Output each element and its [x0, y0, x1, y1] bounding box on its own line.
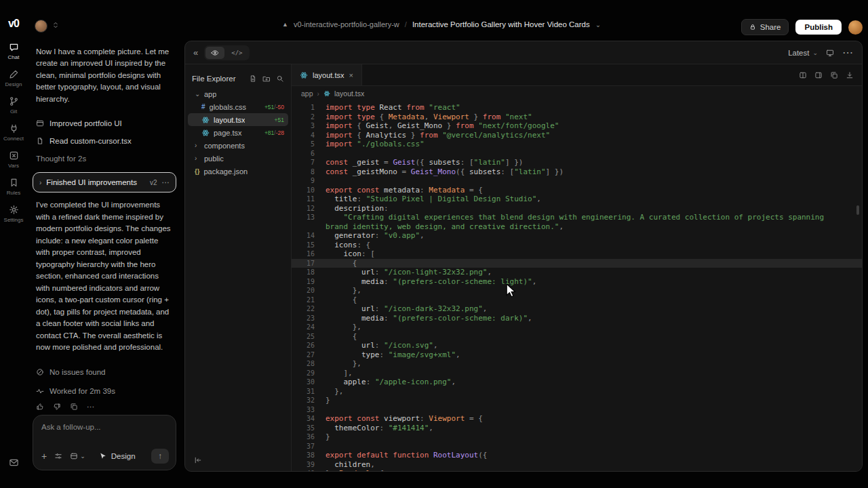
- code-line[interactable]: 25 {: [292, 332, 862, 342]
- download-icon[interactable]: [846, 71, 854, 79]
- sidebar-item-rules[interactable]: Rules: [0, 178, 27, 196]
- code-line[interactable]: 12 description:: [292, 204, 862, 214]
- thumbs-down-icon[interactable]: [53, 403, 61, 411]
- user-avatar[interactable]: [848, 20, 863, 35]
- new-folder-icon[interactable]: [262, 75, 271, 83]
- sidebar-item-connect[interactable]: Connect: [0, 123, 27, 142]
- tree-file-page-tsx[interactable]: page.tsx +81/-28: [188, 126, 288, 139]
- send-button[interactable]: ↑: [151, 449, 169, 464]
- version-card[interactable]: › Finished UI improvements v2 ⋯: [33, 172, 176, 192]
- collapse-explorer-icon[interactable]: [194, 456, 202, 464]
- task-improved-portfolio-ui[interactable]: Improved portfolio UI: [36, 115, 174, 132]
- code-line[interactable]: 1import type React from "react": [292, 103, 862, 113]
- code-line[interactable]: 3import { Geist, Geist_Mono } from "next…: [292, 121, 862, 131]
- share-button[interactable]: Share: [741, 19, 789, 35]
- code-line[interactable]: 27 type: "image/svg+xml",: [292, 350, 862, 360]
- code-line[interactable]: 20 },: [292, 286, 862, 296]
- code-line[interactable]: 39 children,: [292, 460, 862, 470]
- close-tab-icon[interactable]: ×: [349, 71, 353, 79]
- copy-icon[interactable]: [70, 403, 78, 411]
- duplicate-icon[interactable]: [830, 71, 838, 79]
- code-line[interactable]: 17 {: [292, 259, 862, 268]
- code-line[interactable]: 31 },: [292, 387, 862, 396]
- sidebar-item-design[interactable]: Design: [0, 69, 27, 87]
- more-actions-icon[interactable]: ⋯: [87, 402, 95, 411]
- sidebar-item-chat[interactable]: Chat: [0, 42, 27, 60]
- tree-folder-public[interactable]: › public: [188, 152, 288, 165]
- code-line[interactable]: 33: [292, 405, 862, 415]
- code-line[interactable]: 5import "./globals.css": [292, 140, 862, 149]
- tree-file-globals-css[interactable]: # globals.css +51/-50: [188, 100, 288, 113]
- tree-folder-components[interactable]: › components: [188, 139, 288, 152]
- design-mode-button[interactable]: Design: [99, 452, 136, 460]
- code-line[interactable]: 2import type { Metadata, Viewport } from…: [292, 113, 862, 122]
- breadcrumb-chat-title[interactable]: Interactive Portfolio Gallery with Hover…: [412, 20, 590, 28]
- v0-logo[interactable]: v0: [8, 18, 19, 30]
- code-line[interactable]: 8const _geistMono = Geist_Mono({ subsets…: [292, 167, 862, 177]
- scrollbar-thumb[interactable]: [856, 205, 859, 215]
- code-line[interactable]: 9: [292, 176, 862, 186]
- code-line[interactable]: 22 url: "/icon-dark-32x32.png",: [292, 304, 862, 314]
- code-line[interactable]: 37: [292, 442, 862, 451]
- avatar[interactable]: [35, 20, 47, 33]
- layout-select-button[interactable]: ⌄: [70, 452, 85, 460]
- breadcrumb-file[interactable]: layout.tsx: [334, 89, 364, 98]
- sidebar-item-vars[interactable]: Vars: [0, 150, 27, 169]
- sliders-icon[interactable]: [54, 452, 62, 460]
- code-line[interactable]: 23 media: "(prefers-color-scheme: dark)"…: [292, 314, 862, 323]
- code-line[interactable]: 11 title: "Studio Pixel | Digital Design…: [292, 195, 862, 204]
- sidebar-item-settings[interactable]: Settings: [0, 205, 27, 223]
- code-line[interactable]: 24 },: [292, 323, 862, 332]
- code-line[interactable]: 13 "Crafting digital experiences that bl…: [292, 213, 862, 231]
- code-line[interactable]: 35 themeColor: "#141414",: [292, 424, 862, 433]
- code-line[interactable]: 26 url: "/icon.svg",: [292, 341, 862, 350]
- code-line[interactable]: 30 apple: "/apple-icon.png",: [292, 378, 862, 387]
- code-line[interactable]: 34export const viewport: Viewport = {: [292, 414, 862, 424]
- panel-right-icon[interactable]: [814, 71, 823, 79]
- code-line[interactable]: 14 generator: "v0.app",: [292, 231, 862, 241]
- inbox-icon[interactable]: [9, 458, 19, 468]
- code-toggle[interactable]: </>: [226, 47, 248, 59]
- code-line[interactable]: 10export const metadata: Metadata = {: [292, 186, 862, 195]
- search-icon[interactable]: [276, 75, 284, 83]
- thumbs-up-icon[interactable]: [36, 403, 44, 411]
- code-line[interactable]: 16 icon: [: [292, 249, 862, 259]
- code-line[interactable]: 19 media: "(prefers-color-scheme: light)…: [292, 277, 862, 287]
- code-line[interactable]: 40}: Readonly<{: [292, 469, 862, 471]
- collapse-panel-icon[interactable]: «: [193, 47, 198, 58]
- version-select[interactable]: Latest ⌄: [788, 49, 818, 57]
- code-line[interactable]: 6: [292, 149, 862, 159]
- chat-switcher-icon[interactable]: [52, 21, 60, 29]
- code-line[interactable]: 4import { Analytics } from "@vercel/anal…: [292, 131, 862, 140]
- task-read-custom-cursor[interactable]: Read custom-cursor.tsx: [36, 132, 174, 150]
- tree-file-package-json[interactable]: {} package.json: [188, 165, 288, 178]
- preview-toggle[interactable]: [205, 47, 224, 59]
- code-line[interactable]: 21 {: [292, 296, 862, 305]
- tree-folder-app[interactable]: ⌄ app: [188, 87, 288, 100]
- code-lines[interactable]: 1import type React from "react"2import t…: [292, 101, 862, 471]
- sidebar-item-git[interactable]: Git: [0, 96, 27, 115]
- tree-file-layout-tsx[interactable]: layout.tsx +51: [188, 113, 288, 126]
- chat-composer[interactable]: Ask a follow-up... + ⌄ Design ↑: [33, 415, 176, 470]
- device-preview-icon[interactable]: [826, 49, 834, 57]
- chevron-down-icon[interactable]: ⌄: [595, 21, 601, 28]
- breadcrumb-folder[interactable]: app: [301, 89, 313, 98]
- breadcrumb-project[interactable]: v0-interactive-portfolio-gallery-w: [294, 20, 399, 28]
- code-line[interactable]: 29 ],: [292, 369, 862, 378]
- tab-layout-tsx[interactable]: layout.tsx ×: [292, 64, 362, 85]
- split-columns-icon[interactable]: [799, 71, 807, 79]
- task-thought[interactable]: Thought for 2s: [36, 150, 174, 167]
- follow-up-input[interactable]: Ask a follow-up...: [41, 423, 167, 431]
- code-line[interactable]: 28 },: [292, 359, 862, 369]
- attach-button[interactable]: +: [41, 451, 47, 461]
- code-line[interactable]: 18 url: "/icon-light-32x32.png",: [292, 268, 862, 277]
- code-line[interactable]: 7const _geist = Geist({ subsets: ["latin…: [292, 158, 862, 167]
- code-line[interactable]: 36}: [292, 432, 862, 442]
- code-line[interactable]: 15 icons: {: [292, 241, 862, 250]
- new-file-icon[interactable]: [249, 75, 257, 83]
- more-options-icon[interactable]: ⋯: [842, 46, 854, 59]
- more-icon[interactable]: ⋯: [162, 178, 170, 187]
- code-line[interactable]: 38export default function RootLayout({: [292, 451, 862, 460]
- publish-button[interactable]: Publish: [795, 20, 842, 35]
- code-line[interactable]: 32}: [292, 396, 862, 405]
